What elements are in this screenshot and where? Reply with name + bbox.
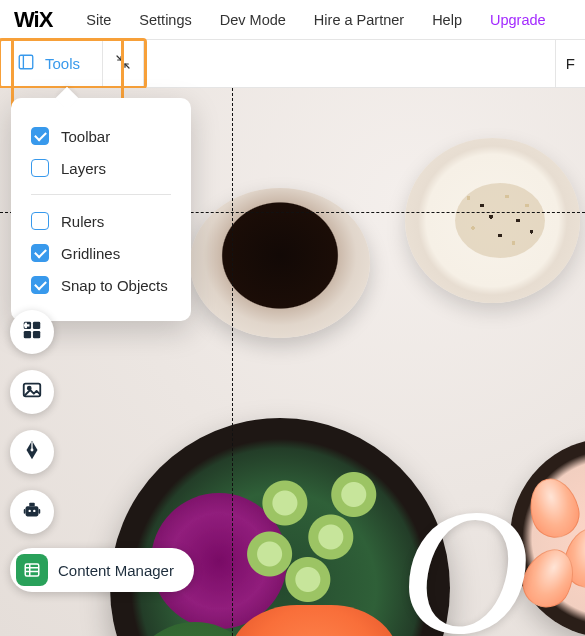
option-label: Toolbar xyxy=(61,128,110,145)
sesame-pile xyxy=(455,183,545,258)
tools-bar: Tools F xyxy=(0,40,585,88)
hero-script-text: O xyxy=(400,468,530,636)
svg-rect-18 xyxy=(24,509,26,514)
svg-rect-20 xyxy=(25,564,39,576)
svg-rect-5 xyxy=(33,322,40,329)
gridline-vertical xyxy=(232,88,233,636)
content-manager-label: Content Manager xyxy=(58,562,174,579)
pen-tool-button[interactable] xyxy=(10,430,54,474)
checkbox-unchecked-icon[interactable] xyxy=(31,212,49,230)
menu-hire-partner[interactable]: Hire a Partner xyxy=(314,12,404,28)
tools-button[interactable]: Tools xyxy=(1,41,102,86)
checkbox-checked-icon[interactable] xyxy=(31,276,49,294)
tools-option-rulers[interactable]: Rulers xyxy=(31,205,171,237)
right-segment[interactable]: F xyxy=(555,40,585,87)
tools-highlight-group: Tools xyxy=(0,38,147,89)
option-label: Rulers xyxy=(61,213,104,230)
tools-button-label: Tools xyxy=(45,55,80,72)
svg-rect-9 xyxy=(24,324,30,326)
svg-rect-14 xyxy=(26,506,39,516)
pen-nib-icon xyxy=(21,439,43,465)
tools-option-snap[interactable]: Snap to Objects xyxy=(31,269,171,301)
collapse-button[interactable] xyxy=(102,41,144,86)
top-menu-bar: WiX Site Settings Dev Mode Hire a Partne… xyxy=(0,0,585,40)
content-manager-button[interactable]: Content Manager xyxy=(10,548,194,592)
svg-point-16 xyxy=(29,510,31,512)
menu-site[interactable]: Site xyxy=(86,12,111,28)
checkbox-unchecked-icon[interactable] xyxy=(31,159,49,177)
checkbox-checked-icon[interactable] xyxy=(31,127,49,145)
menu-upgrade[interactable]: Upgrade xyxy=(490,12,546,28)
image-icon xyxy=(21,379,43,405)
svg-rect-6 xyxy=(24,331,31,338)
menu-dev-mode[interactable]: Dev Mode xyxy=(220,12,286,28)
option-label: Snap to Objects xyxy=(61,277,168,294)
bowl-soy-sauce xyxy=(190,188,370,338)
menu-settings[interactable]: Settings xyxy=(139,12,191,28)
svg-rect-0 xyxy=(19,55,33,69)
option-label: Gridlines xyxy=(61,245,120,262)
tools-option-gridlines[interactable]: Gridlines xyxy=(31,237,171,269)
collapse-arrows-icon xyxy=(115,54,131,74)
svg-rect-7 xyxy=(33,331,40,338)
svg-rect-19 xyxy=(38,509,40,514)
checkbox-checked-icon[interactable] xyxy=(31,244,49,262)
bowl-poke xyxy=(110,418,450,636)
wix-logo[interactable]: WiX xyxy=(14,7,52,33)
divider xyxy=(31,194,171,195)
add-section-icon xyxy=(21,319,43,345)
media-button[interactable] xyxy=(10,370,54,414)
add-section-button[interactable] xyxy=(10,310,54,354)
tools-option-toolbar[interactable]: Toolbar xyxy=(31,120,171,152)
option-label: Layers xyxy=(61,160,106,177)
page-outline-icon xyxy=(17,53,35,74)
content-manager-icon xyxy=(16,554,48,586)
menu-help[interactable]: Help xyxy=(432,12,462,28)
tools-option-layers[interactable]: Layers xyxy=(31,152,171,184)
svg-rect-15 xyxy=(29,503,35,507)
robot-icon xyxy=(21,499,43,525)
app-market-button[interactable] xyxy=(10,490,54,534)
svg-point-17 xyxy=(33,510,35,512)
tools-dropdown-panel: Toolbar Layers Rulers Gridlines Snap to … xyxy=(11,98,191,321)
